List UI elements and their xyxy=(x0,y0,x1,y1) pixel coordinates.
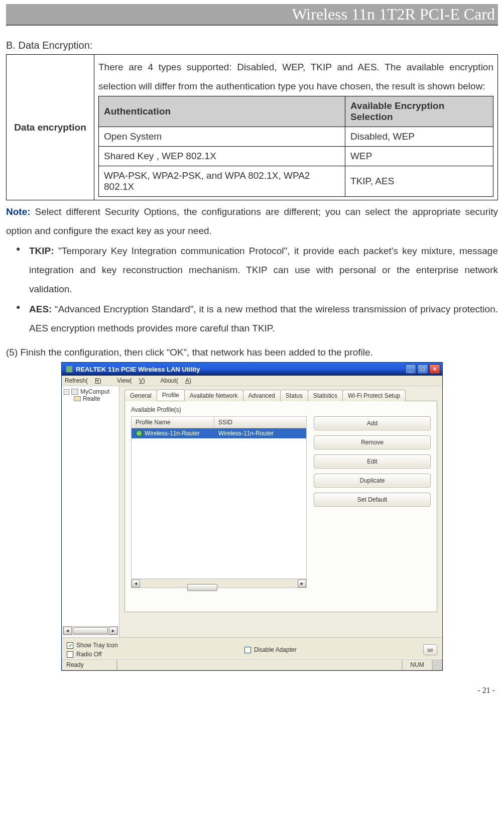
tree-root[interactable]: − MyComput xyxy=(63,388,118,395)
cell: WPA-PSK, WPA2-PSK, and WPA 802.1X, WPA2 … xyxy=(99,166,345,197)
checkbox-icon[interactable]: ✓ xyxy=(67,642,73,649)
app-window: REALTEK 11n PCIE Wireless LAN Utility _ … xyxy=(61,362,443,671)
scroll-right-icon[interactable]: ► xyxy=(298,579,306,588)
checkbox-icon[interactable] xyxy=(67,651,73,658)
tree-child[interactable]: Realte xyxy=(63,395,118,402)
page-number: - 21 - xyxy=(6,686,498,695)
tkip-text: "Temporary Key Integration communication… xyxy=(29,246,498,294)
col-ssid[interactable]: SSID xyxy=(214,417,306,428)
encryption-matrix: Authentication Available Encryption Sele… xyxy=(98,96,493,197)
close-button[interactable]: × xyxy=(429,364,440,374)
profile-icon xyxy=(136,430,143,437)
bullet-list: TKIP: "Temporary Key Integration communi… xyxy=(6,242,498,338)
profile-row-selected[interactable]: Wireless-11n-Router Wireless-11n-Router xyxy=(132,428,306,438)
adapter-icon xyxy=(74,396,81,401)
minimize-button[interactable]: _ xyxy=(405,364,416,374)
list-item: TKIP: "Temporary Key Integration communi… xyxy=(16,242,498,299)
maximize-button[interactable]: □ xyxy=(417,364,428,374)
window-title-text: REALTEK 11n PCIE Wireless LAN Utility xyxy=(76,366,200,373)
status-num: NUM xyxy=(402,659,432,670)
status-ready: Ready xyxy=(62,659,117,670)
show-tray-checkbox[interactable]: ✓ Show Tray Icon xyxy=(67,642,118,649)
col-profile-name[interactable]: Profile Name xyxy=(132,417,214,428)
tab-available-network[interactable]: Available Network xyxy=(184,390,243,401)
disable-adapter-label: Disable Adapter xyxy=(254,646,297,653)
collapse-icon[interactable]: − xyxy=(64,389,69,395)
cell: Disabled, WEP xyxy=(345,127,493,147)
available-profiles-label: Available Profile(s) xyxy=(131,406,431,413)
data-encryption-table: Data encryption There are 4 types suppor… xyxy=(6,54,498,200)
menu-view[interactable]: View(V) xyxy=(117,377,152,384)
cell: WEP xyxy=(345,147,493,166)
step5-text: (5) Finish the configuration, then click… xyxy=(6,347,498,358)
col-auth: Authentication xyxy=(99,96,345,127)
resize-grip-icon[interactable] xyxy=(432,659,442,670)
disable-adapter-checkbox[interactable]: Disable Adapter xyxy=(244,646,297,653)
scroll-thumb[interactable] xyxy=(73,627,108,634)
doc-header: Wireless 11n 1T2R PCI-E Card xyxy=(6,4,498,26)
note-block: Note: Select different Security Options,… xyxy=(6,202,498,241)
cell: Open System xyxy=(99,127,345,147)
add-button[interactable]: Add xyxy=(314,416,431,430)
tabs: General Profile Available Network Advanc… xyxy=(124,389,437,401)
set-default-button[interactable]: Set Default xyxy=(314,493,431,507)
checkbox-icon[interactable] xyxy=(244,647,251,653)
note-text: Select different Security Options, the c… xyxy=(6,206,498,236)
tab-statistics[interactable]: Statistics xyxy=(308,390,343,401)
profile-hscrollbar[interactable]: ◄ ► xyxy=(131,579,307,588)
row-content: There are 4 types supported: Disabled, W… xyxy=(94,55,498,200)
profile-list[interactable]: Profile Name SSID Wireless-11n-Router Wi… xyxy=(131,416,307,588)
aes-text: “Advanced Encryption Standard”, it is a … xyxy=(29,304,498,333)
section-b-heading: B. Data Encryption: xyxy=(6,40,498,51)
profile-name-cell: Wireless-11n-Router xyxy=(145,430,200,437)
tab-status[interactable]: Status xyxy=(280,390,308,401)
radio-off-checkbox[interactable]: Radio Off xyxy=(67,651,118,658)
tab-general[interactable]: General xyxy=(124,390,157,401)
profile-list-header[interactable]: Profile Name SSID xyxy=(131,416,307,428)
profile-ssid-cell: Wireless-11n-Router xyxy=(214,428,306,438)
tkip-label: TKIP: xyxy=(29,246,58,256)
tab-body: Available Profile(s) Profile Name SSID W… xyxy=(124,401,437,612)
aes-label: AES: xyxy=(29,304,55,314)
menu-refresh[interactable]: Refresh(R) xyxy=(65,377,108,384)
cell: TKIP, AES xyxy=(345,166,493,197)
col-enc: Available Encryption Selection xyxy=(345,96,493,127)
scroll-right-icon[interactable]: ► xyxy=(109,627,117,635)
scroll-left-icon[interactable]: ◄ xyxy=(63,627,72,635)
window-title: REALTEK 11n PCIE Wireless LAN Utility xyxy=(64,366,405,373)
menubar: Refresh(R) View(V) About(A) xyxy=(62,376,442,386)
show-tray-label: Show Tray Icon xyxy=(76,642,118,649)
scroll-left-icon[interactable]: ◄ xyxy=(132,579,140,588)
status-fill xyxy=(117,659,402,670)
list-item: AES: “Advanced Encryption Standard”, it … xyxy=(16,300,498,338)
cell: Shared Key , WEP 802.1X xyxy=(99,147,345,166)
titlebar[interactable]: REALTEK 11n PCIE Wireless LAN Utility _ … xyxy=(62,363,442,376)
statusbar: Ready NUM xyxy=(62,659,442,670)
tree-hscrollbar[interactable]: ◄ ► xyxy=(63,626,118,635)
duplicate-button[interactable]: Duplicate xyxy=(314,474,431,488)
tab-advanced[interactable]: Advanced xyxy=(243,390,281,401)
footer-options: ✓ Show Tray Icon Radio Off Disable Adapt… xyxy=(62,637,442,659)
scroll-thumb[interactable] xyxy=(187,584,217,591)
tree-root-label: MyComput xyxy=(80,388,109,395)
menu-about[interactable]: About(A) xyxy=(161,377,198,384)
intro-text: There are 4 types supported: Disabled, W… xyxy=(98,58,493,96)
tab-wifi-protect-setup[interactable]: Wi-Fi Protect Setup xyxy=(342,390,406,401)
device-tree[interactable]: − MyComput Realte ◄ ► xyxy=(62,386,119,637)
row-label: Data encryption xyxy=(7,55,94,200)
remove-button[interactable]: Remove xyxy=(314,435,431,449)
computer-icon xyxy=(71,389,78,395)
tab-profile[interactable]: Profile xyxy=(157,389,185,401)
radio-off-label: Radio Off xyxy=(76,651,101,658)
partial-button[interactable]: se xyxy=(423,644,437,655)
note-label: Note: xyxy=(6,206,31,217)
app-icon xyxy=(66,366,73,373)
tree-child-label: Realte xyxy=(83,395,100,402)
edit-button[interactable]: Edit xyxy=(314,454,431,469)
